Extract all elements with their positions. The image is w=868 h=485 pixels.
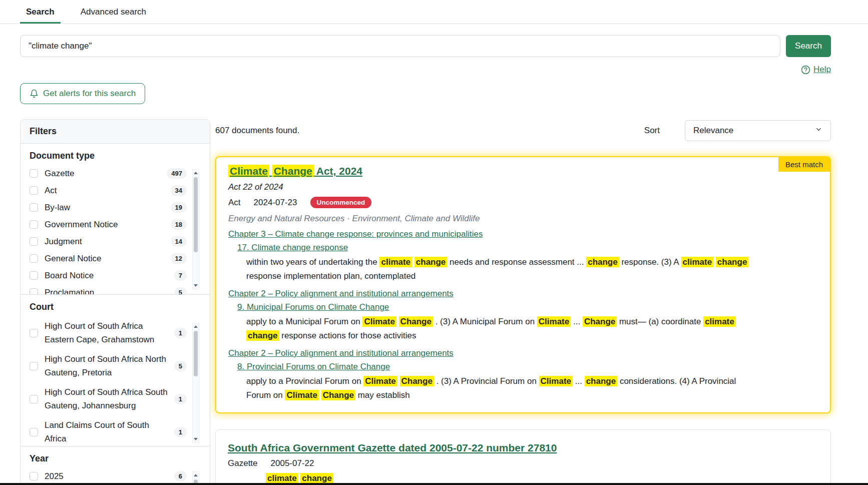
filter-option-board-notice[interactable]: Board Notice 7	[30, 270, 201, 281]
scroll-up-icon[interactable]	[193, 170, 199, 176]
filter-option-judgment[interactable]: Judgment 14	[30, 236, 201, 247]
filter-option-government-notice[interactable]: Government Notice 18	[30, 219, 201, 230]
provision-link[interactable]: 17. Climate change response	[237, 243, 348, 252]
count-badge: 34	[171, 185, 187, 196]
provision-link[interactable]: 8. Provincial Forums on Climate Change	[237, 362, 390, 371]
checkbox[interactable]	[30, 186, 38, 195]
checkbox[interactable]	[30, 362, 38, 370]
filter-option-by-law[interactable]: By-law 19	[30, 202, 201, 213]
search-input[interactable]	[20, 35, 780, 57]
checkbox[interactable]	[30, 329, 38, 337]
filter-option-year-2025[interactable]: 2025 6	[30, 471, 201, 481]
doc-date: 2005-07-22	[271, 458, 314, 468]
checkbox[interactable]	[30, 472, 38, 480]
search-term-highlight: Climate	[363, 376, 397, 386]
checkbox[interactable]	[30, 395, 38, 403]
result-meta: Gazette 2005-07-22	[228, 458, 818, 468]
filter-option-proclamation[interactable]: Proclamation 5	[30, 287, 201, 295]
checkbox[interactable]	[30, 203, 38, 212]
filter-option-court-grahamstown[interactable]: High Court of South Africa Eastern Cape,…	[30, 319, 201, 346]
search-term-highlight: Climate	[228, 165, 269, 177]
search-term-highlight: change	[300, 473, 333, 483]
filter-option-court-land-claims[interactable]: Land Claims Court of South Africa 1	[30, 418, 201, 445]
help-link[interactable]: Help	[813, 65, 831, 75]
filter-option-act[interactable]: Act 34	[30, 185, 201, 196]
snippet-text: within two years of undertaking the clim…	[246, 255, 749, 283]
filter-option-court-johannesburg[interactable]: High Court of South Africa South Gauteng…	[30, 385, 201, 412]
count-badge: 1	[174, 328, 187, 338]
document-type-scrollbar[interactable]	[192, 169, 199, 289]
window-bottom-edge	[0, 483, 868, 485]
search-term-highlight: change	[246, 330, 279, 341]
snippet-text: apply to a Provincial Forum on Climate C…	[246, 374, 749, 402]
result-meta: Act 2024-07-23 Uncommenced	[228, 197, 818, 208]
search-term-highlight: Change	[400, 376, 434, 386]
results-area: 607 documents found. Sort Relevance Best…	[215, 120, 831, 485]
scroll-up-icon[interactable]	[193, 472, 199, 478]
count-badge: 12	[171, 253, 187, 264]
bell-icon	[30, 89, 39, 98]
search-term-highlight: change	[585, 376, 618, 386]
scroll-down-icon[interactable]	[193, 436, 199, 442]
filter-option-court-pretoria[interactable]: High Court of South Africa North Gauteng…	[30, 352, 201, 379]
get-alerts-button[interactable]: Get alerts for this search	[20, 83, 145, 104]
get-alerts-label: Get alerts for this search	[43, 89, 136, 99]
doc-type: Act	[228, 198, 241, 208]
taxonomy-line: Energy and Natural Resources · Environme…	[228, 214, 818, 224]
result-title-link[interactable]: Climate Change Act, 2024	[228, 165, 362, 177]
count-badge: 14	[171, 236, 187, 247]
search-term-highlight: Climate	[362, 316, 396, 327]
result-card-gazette-27810: South Africa Government Gazette dated 20…	[215, 429, 831, 485]
chapter-link[interactable]: Chapter 2 – Policy alignment and institu…	[228, 348, 454, 358]
status-badge-uncommenced: Uncommenced	[310, 197, 372, 208]
sort-select[interactable]: Relevance	[685, 120, 831, 141]
checkbox[interactable]	[30, 169, 38, 178]
result-title: Climate Change Act, 2024	[228, 165, 818, 177]
checkbox[interactable]	[30, 237, 38, 246]
checkbox[interactable]	[30, 288, 38, 295]
search-button[interactable]: Search	[786, 35, 831, 57]
result-card-climate-change-act: Best match Climate Change Act, 2024 Act …	[215, 156, 831, 413]
result-title-link[interactable]: South Africa Government Gazette dated 20…	[228, 442, 557, 453]
document-type-heading: Document type	[30, 151, 201, 161]
best-match-badge: Best match	[778, 157, 830, 172]
search-term-highlight: Climate	[537, 316, 571, 327]
provision-link[interactable]: 9. Municipal Forums on Climate Change	[237, 302, 389, 312]
search-results-page: Search Advanced search Search Help Get a…	[0, 0, 868, 485]
results-summary: 607 documents found.	[215, 126, 299, 136]
scroll-thumb[interactable]	[194, 331, 198, 376]
tab-advanced-search[interactable]: Advanced search	[81, 7, 146, 17]
scroll-track[interactable]	[193, 176, 199, 282]
court-heading: Court	[30, 302, 201, 312]
sort-label: Sort	[644, 126, 660, 136]
result-section: Chapter 2 – Policy alignment and institu…	[228, 289, 818, 343]
checkbox[interactable]	[30, 254, 38, 263]
checkbox[interactable]	[30, 220, 38, 229]
court-scrollbar[interactable]	[192, 323, 199, 443]
search-term-highlight: Change	[399, 316, 433, 327]
tab-bar: Search Advanced search	[0, 0, 868, 24]
filter-option-general-notice[interactable]: General Notice 12	[30, 253, 201, 264]
checkbox[interactable]	[30, 428, 38, 436]
filter-option-gazette[interactable]: Gazette 497	[30, 168, 201, 179]
count-badge: 5	[174, 361, 187, 371]
search-term-highlight: Change	[321, 390, 355, 400]
search-term-highlight: Change	[272, 165, 314, 177]
checkbox[interactable]	[30, 271, 38, 280]
chapter-link[interactable]: Chapter 3 – Climate change response: pro…	[228, 229, 483, 239]
count-badge: 1	[174, 394, 187, 404]
scroll-down-icon[interactable]	[193, 282, 199, 289]
sort-control: Sort Relevance	[644, 120, 831, 141]
chapter-link[interactable]: Chapter 2 – Policy alignment and institu…	[228, 289, 454, 298]
scroll-thumb[interactable]	[194, 177, 198, 252]
snippet-text: apply to a Municipal Forum on Climate Ch…	[246, 315, 749, 343]
scroll-up-icon[interactable]	[193, 323, 199, 330]
count-badge: 18	[171, 219, 187, 230]
filter-section-year: Year 2025 6	[21, 446, 210, 485]
results-header: 607 documents found. Sort Relevance	[215, 120, 831, 141]
count-badge: 5	[174, 287, 187, 295]
scroll-track[interactable]	[193, 330, 199, 436]
tab-search[interactable]: Search	[26, 7, 55, 17]
chevron-down-icon	[815, 126, 822, 136]
search-term-highlight: Climate	[285, 390, 318, 400]
